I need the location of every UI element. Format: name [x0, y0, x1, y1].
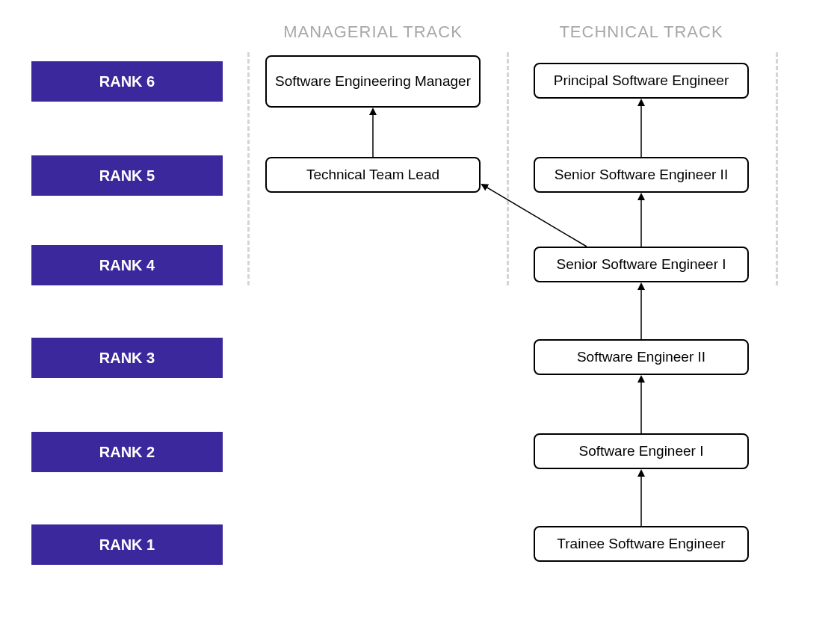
rank-2-box: RANK 2 [31, 432, 223, 472]
rank-6-box: RANK 6 [31, 61, 223, 102]
track-header-technical: TECHNICAL TRACK [534, 22, 749, 42]
track-divider-right [776, 52, 778, 285]
arrow-tech-r4-to-mgr-r5 [482, 185, 587, 247]
rank-5-box: RANK 5 [31, 155, 223, 196]
role-senior-software-engineer-1: Senior Software Engineer I [534, 247, 749, 282]
track-divider-left [247, 52, 250, 285]
role-senior-software-engineer-2: Senior Software Engineer II [534, 157, 749, 193]
rank-3-box: RANK 3 [31, 338, 223, 378]
role-technical-team-lead: Technical Team Lead [265, 157, 481, 193]
rank-1-box: RANK 1 [31, 524, 223, 565]
rank-4-box: RANK 4 [31, 245, 223, 285]
role-software-engineer-2: Software Engineer II [534, 339, 749, 375]
role-software-engineering-manager: Software Engineering Manager [265, 55, 481, 108]
role-principal-software-engineer: Principal Software Engineer [534, 63, 749, 99]
track-divider-middle [507, 52, 509, 285]
track-header-managerial: MANAGERIAL TRACK [265, 22, 481, 42]
career-ladder-diagram: MANAGERIAL TRACK TECHNICAL TRACK RANK 6 … [0, 0, 840, 644]
role-trainee-software-engineer: Trainee Software Engineer [534, 526, 749, 562]
role-software-engineer-1: Software Engineer I [534, 433, 749, 469]
